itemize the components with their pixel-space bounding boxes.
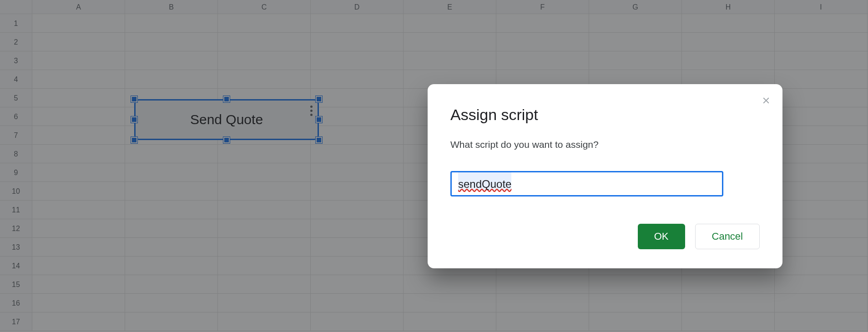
dialog-title: Assign script [450, 106, 760, 124]
assign-script-dialog: Assign script What script do you want to… [428, 84, 782, 268]
dialog-prompt: What script do you want to assign? [450, 139, 760, 150]
dialog-button-row: OK Cancel [450, 224, 760, 249]
script-name-value: sendQuote [458, 172, 511, 191]
ok-button[interactable]: OK [638, 224, 685, 249]
script-name-input[interactable]: sendQuote [450, 171, 723, 196]
cancel-button[interactable]: Cancel [695, 224, 760, 249]
close-icon[interactable] [759, 93, 773, 108]
